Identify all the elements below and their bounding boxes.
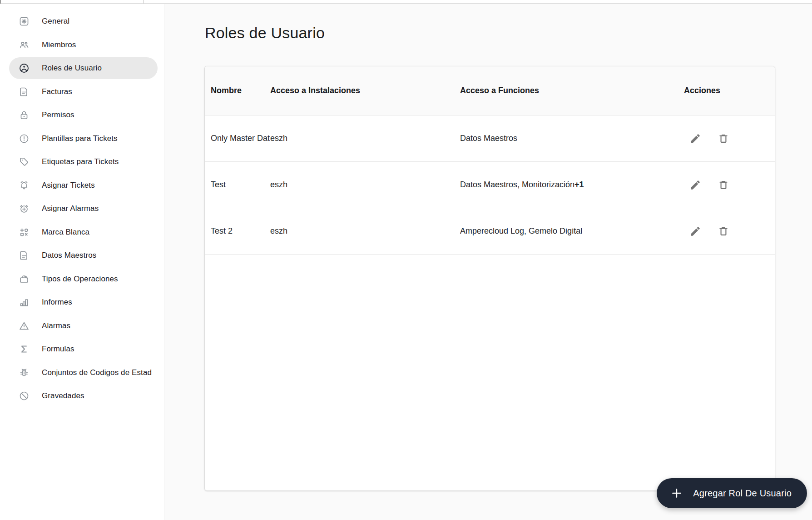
add-user-role-button[interactable]: Agregar Rol De Usuario	[657, 478, 807, 508]
sidebar-item-permisos[interactable]: Permisos	[9, 104, 158, 126]
table-row[interactable]: Test 2 eszh Amperecloud Log, Gemelo Digi…	[205, 208, 775, 255]
delete-role-button[interactable]	[714, 176, 733, 194]
top-left-tick	[0, 0, 1, 4]
column-header-nombre: Nombre	[211, 86, 270, 95]
table-header-row: Nombre Acceso a Instalaciones Acceso a F…	[205, 66, 775, 115]
trash-icon	[718, 179, 729, 191]
sidebar-item-label: Informes	[42, 298, 72, 307]
gear-icon	[19, 16, 30, 27]
sidebar-item-asignar-alarmas[interactable]: Asignar Alarmas	[9, 198, 158, 220]
people-icon	[19, 40, 30, 50]
sidebar-item-label: Miembros	[42, 40, 76, 50]
role-name: Test	[211, 180, 270, 190]
sidebar-item-label: Permisos	[42, 110, 74, 120]
table-row[interactable]: Only Master Data eszh Datos Maestros	[205, 115, 775, 162]
role-functions: Amperecloud Log, Gemelo Digital	[460, 226, 684, 236]
alarm-add-icon	[19, 203, 30, 214]
edit-role-button[interactable]	[686, 176, 704, 194]
sidebar-item-label: Plantillas para Tickets	[42, 134, 118, 143]
top-border-strip	[0, 0, 812, 4]
role-functions: Datos Maestros	[460, 134, 684, 143]
sidebar-item-label: Datos Maestros	[42, 251, 96, 260]
sidebar-item-formulas[interactable]: Formulas	[9, 338, 158, 360]
bug-icon	[19, 367, 30, 378]
sidebar-item-codigos-estado[interactable]: Conjuntos de Codigos de Estad	[9, 362, 158, 384]
sidebar-item-label: Etiquetas para Tickets	[42, 157, 119, 166]
add-user-role-label: Agregar Rol De Usuario	[693, 488, 792, 499]
sidebar-item-roles-de-usuario[interactable]: Roles de Usuario	[9, 57, 158, 79]
sidebar-item-label: General	[42, 17, 69, 26]
sidebar-item-tipos-operaciones[interactable]: Tipos de Operaciones	[9, 268, 158, 290]
column-header-funciones: Acceso a Funciones	[460, 86, 684, 95]
sidebar-item-label: Tipos de Operaciones	[42, 275, 118, 284]
edit-role-button[interactable]	[686, 130, 704, 148]
settings-sidebar: General Miembros Roles de Usuario Factur…	[0, 4, 164, 520]
sidebar-item-datos-maestros[interactable]: Datos Maestros	[9, 245, 158, 266]
warning-triangle-icon	[19, 320, 30, 331]
sidebar-item-label: Gravedades	[42, 391, 84, 400]
page-title: Roles de Usuario	[205, 24, 325, 42]
trash-icon	[718, 133, 729, 145]
column-header-instalaciones: Acceso a Instalaciones	[270, 86, 460, 95]
sidebar-item-alarmas[interactable]: Alarmas	[9, 315, 158, 337]
sidebar-item-label: Facturas	[42, 87, 72, 96]
sidebar-item-label: Roles de Usuario	[42, 64, 102, 73]
sigma-icon	[19, 344, 30, 355]
sidebar-item-etiquetas-tickets[interactable]: Etiquetas para Tickets	[9, 151, 158, 173]
role-installations: eszh	[270, 226, 460, 236]
sidebar-item-label: Asignar Tickets	[42, 181, 95, 190]
sidebar-item-general[interactable]: General	[9, 10, 158, 32]
delete-role-button[interactable]	[714, 130, 733, 148]
delete-role-button[interactable]	[714, 222, 733, 240]
user-role-icon	[19, 63, 30, 74]
lock-icon	[19, 110, 30, 120]
exclamation-circle-icon	[19, 133, 30, 144]
roles-table-card: Nombre Acceso a Instalaciones Acceso a F…	[204, 66, 775, 491]
sidebar-item-label: Formulas	[42, 345, 74, 354]
tag-icon	[19, 156, 30, 167]
main-content: Roles de Usuario Nombre Acceso a Instala…	[165, 4, 812, 520]
block-icon	[19, 390, 30, 401]
sidebar-item-marca-blanca[interactable]: Marca Blanca	[9, 221, 158, 243]
row-actions	[684, 130, 775, 148]
row-actions	[684, 176, 775, 194]
column-header-acciones: Acciones	[684, 86, 775, 95]
sidebar-item-gravedades[interactable]: Gravedades	[9, 385, 158, 407]
sidebar-item-plantillas-tickets[interactable]: Plantillas para Tickets	[9, 128, 158, 150]
role-installations: eszh	[270, 180, 460, 190]
edit-role-button[interactable]	[686, 222, 704, 240]
sidebar-item-facturas[interactable]: Facturas	[9, 81, 158, 103]
trash-icon	[718, 225, 729, 237]
sidebar-item-asignar-tickets[interactable]: Asignar Tickets	[9, 175, 158, 196]
role-functions: Datos Maestros, Monitorización+1	[460, 180, 684, 190]
plus-icon	[670, 487, 683, 500]
role-installations: eszh	[270, 134, 460, 143]
sidebar-item-label: Conjuntos de Codigos de Estad	[42, 368, 152, 377]
sidebar-item-label: Asignar Alarmas	[42, 204, 99, 213]
shapes-icon	[19, 227, 30, 238]
table-row[interactable]: Test eszh Datos Maestros, Monitorización…	[205, 162, 775, 208]
role-name: Only Master Data	[211, 134, 270, 143]
bar-chart-icon	[19, 297, 30, 308]
row-actions	[684, 222, 775, 240]
sidebar-item-informes[interactable]: Informes	[9, 291, 158, 313]
document-icon	[19, 250, 30, 261]
pencil-icon	[689, 225, 701, 237]
sidebar-item-label: Alarmas	[42, 321, 70, 330]
more-count-badge: +1	[574, 180, 584, 189]
sidebar-item-miembros[interactable]: Miembros	[9, 34, 158, 56]
top-middle-tick	[143, 0, 144, 4]
sidebar-item-label: Marca Blanca	[42, 228, 89, 237]
toolbox-icon	[19, 274, 30, 285]
pencil-icon	[689, 133, 701, 145]
role-name: Test 2	[211, 226, 270, 236]
bell-icon	[19, 180, 30, 191]
invoice-icon	[19, 86, 30, 97]
pencil-icon	[689, 179, 701, 191]
